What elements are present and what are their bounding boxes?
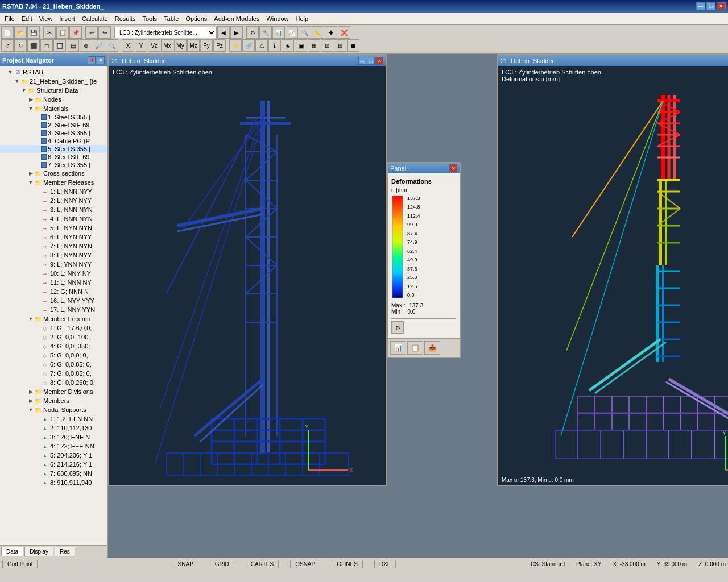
tree-mr-8[interactable]: ↔8: L; NYN NYY bbox=[0, 251, 107, 260]
tb-r2-29[interactable]: ◼ bbox=[347, 39, 359, 52]
tb-r2-28[interactable]: ⊟ bbox=[334, 39, 346, 52]
menu-help[interactable]: Help bbox=[292, 14, 312, 23]
cartes-button[interactable]: CARTES bbox=[246, 560, 279, 568]
tree-rstab[interactable]: ▼ 🖥 RSTAB bbox=[0, 68, 107, 77]
viewport-left-minimize[interactable]: — bbox=[358, 57, 366, 65]
tb-zoom-in[interactable]: 🔎 bbox=[93, 39, 105, 52]
tb-r2-23[interactable]: ℹ bbox=[268, 39, 281, 52]
tb-cut[interactable]: ✂ bbox=[43, 26, 56, 39]
tb-r2-5[interactable]: 🔲 bbox=[53, 39, 66, 52]
tb-b4[interactable]: 📈 bbox=[286, 26, 298, 39]
nav-tab-data[interactable]: Data bbox=[1, 547, 23, 556]
close-button[interactable]: ✕ bbox=[717, 2, 726, 10]
tree-mr-2[interactable]: ↔2: L; NNY NYY bbox=[0, 196, 107, 205]
tb-save[interactable]: 💾 bbox=[27, 26, 40, 39]
tree-mr-17[interactable]: ↔17: L; NNY YYN bbox=[0, 305, 107, 314]
tree-project[interactable]: ▼ 📁 21_Heben_Skidden_ [te bbox=[0, 77, 107, 86]
osnap-button[interactable]: OSNAP bbox=[290, 560, 320, 568]
tree-mr-11[interactable]: ↔11: L; NNN NY bbox=[0, 278, 107, 287]
tree-mr-6[interactable]: ↔6: L; NYN NYY bbox=[0, 232, 107, 242]
viewport-left-maximize[interactable]: □ bbox=[367, 57, 375, 65]
menu-results[interactable]: Results bbox=[111, 14, 139, 23]
tree-nodal-supports[interactable]: ▼ 📁 Nodal Supports bbox=[0, 405, 107, 414]
tree-member-div[interactable]: ▶ 📁 Member Divisions bbox=[0, 387, 107, 396]
minimize-button[interactable]: — bbox=[696, 2, 705, 10]
tb-r2-27[interactable]: ⊡ bbox=[321, 39, 333, 52]
tree-ns-5[interactable]: ▲5: 204,206; Y 1 bbox=[0, 451, 107, 460]
tree-mr-10[interactable]: ↔10: L; NNY NY bbox=[0, 269, 107, 278]
tree-members[interactable]: ▶ 📁 Members bbox=[0, 396, 107, 405]
tree-ns-6[interactable]: ▲6: 214,216; Y 1 bbox=[0, 460, 107, 469]
tb-r2-2[interactable]: ↻ bbox=[14, 39, 27, 52]
nav-tab-res[interactable]: Res bbox=[55, 547, 75, 556]
tree-ns-3[interactable]: ▲3: 120; ENE N bbox=[0, 433, 107, 442]
tree-mr-12[interactable]: ↔12: G; NNN N bbox=[0, 287, 107, 296]
menu-addon[interactable]: Add-on Modules bbox=[210, 14, 263, 23]
menu-options[interactable]: Options bbox=[182, 14, 210, 23]
tb-view-y[interactable]: Y bbox=[135, 39, 147, 52]
tree-mr-3[interactable]: ↔3: L; NNN NYN bbox=[0, 205, 107, 214]
tb-view-mx[interactable]: Mx bbox=[161, 39, 173, 52]
tree-ns-4[interactable]: ▲4: 122; EEE NN bbox=[0, 442, 107, 451]
tb-r2-21[interactable]: 🔗 bbox=[242, 39, 255, 52]
viewport-left-content[interactable]: LC3 : Zylinderbetrieb Schlitten oben bbox=[109, 66, 386, 485]
tree-mat-3[interactable]: 3: Steel S 355 | bbox=[0, 129, 107, 137]
menu-tools[interactable]: Tools bbox=[139, 14, 160, 23]
tb-undo[interactable]: ↩ bbox=[85, 26, 98, 39]
nav-tab-display[interactable]: Display bbox=[24, 547, 53, 556]
tree-me-8[interactable]: ◇8: G; 0,0,260; 0, bbox=[0, 378, 107, 387]
dxf-button[interactable]: DXF bbox=[374, 560, 396, 568]
viewport-right-content[interactable]: LC3 : Zylinderbetrieb Schlitten oben Def… bbox=[498, 66, 728, 485]
menu-table[interactable]: Table bbox=[160, 14, 182, 23]
tb-b3[interactable]: 📊 bbox=[272, 26, 285, 39]
tb-b6[interactable]: 📐 bbox=[312, 26, 324, 39]
tree-member-ecc[interactable]: ▼ 📁 Member Eccentri bbox=[0, 314, 107, 323]
tb-r2-25[interactable]: ▣ bbox=[295, 39, 307, 52]
tree-structural-data[interactable]: ▼ 📁 Structural Data bbox=[0, 86, 107, 95]
glines-button[interactable]: GLINES bbox=[332, 560, 363, 568]
tree-me-6[interactable]: ◇6: G; 0,0,85; 0, bbox=[0, 360, 107, 369]
tb-r2-6[interactable]: ▤ bbox=[67, 39, 79, 52]
tb-view-mz[interactable]: Mz bbox=[187, 39, 200, 52]
viewport-left-close[interactable]: ✕ bbox=[375, 57, 383, 65]
tb-b1[interactable]: ⚙ bbox=[246, 26, 259, 39]
tb-r2-3[interactable]: ⬛ bbox=[27, 39, 40, 52]
tb-r2-4[interactable]: ◻ bbox=[40, 39, 53, 52]
panel-close-button[interactable]: ✕ bbox=[449, 164, 457, 172]
panel-chart-btn[interactable]: 📊 bbox=[390, 341, 406, 355]
tree-me-5[interactable]: ◇5: G; 0,0,0; 0, bbox=[0, 351, 107, 360]
tree-mat-1[interactable]: 1: Steel S 355 | bbox=[0, 113, 107, 121]
panel-settings-icon[interactable]: ⚙ bbox=[391, 321, 404, 334]
tb-new[interactable]: 📄 bbox=[1, 26, 14, 39]
panel-export-btn[interactable]: 📤 bbox=[424, 341, 440, 355]
maximize-button[interactable]: □ bbox=[706, 2, 715, 10]
tb-view-x[interactable]: X bbox=[122, 39, 134, 52]
panel-table-btn[interactable]: 📋 bbox=[407, 341, 423, 355]
snap-button[interactable]: SNAP bbox=[173, 560, 198, 568]
menu-edit[interactable]: Edit bbox=[18, 14, 36, 23]
menu-file[interactable]: File bbox=[1, 14, 18, 23]
lc-dropdown[interactable]: LC3 : Zylinderbetrieb Schlitte... bbox=[114, 27, 217, 38]
tree-mr-7[interactable]: ↔7: L; NYN NYN bbox=[0, 242, 107, 251]
tree-mat-4[interactable]: 4: Cable PG (P bbox=[0, 137, 107, 145]
tb-r2-20[interactable]: ⚡ bbox=[229, 39, 242, 52]
tb-r2-26[interactable]: ⊞ bbox=[308, 39, 320, 52]
menu-insert[interactable]: Insert bbox=[56, 14, 78, 23]
tree-me-4[interactable]: ◇4: G; 0,0,-350; bbox=[0, 342, 107, 351]
tb-view-pz[interactable]: Pz bbox=[213, 39, 226, 52]
tree-mr-4[interactable]: ↔4: L; NNN NYN bbox=[0, 214, 107, 223]
tree-ns-7[interactable]: ▲7: 680,695; NN bbox=[0, 469, 107, 478]
tree-mr-5[interactable]: ↔5: L; NYN NYN bbox=[0, 223, 107, 232]
tree-me-1[interactable]: ◇1: G; -17.6,0,0; bbox=[0, 323, 107, 332]
tree-mat-2[interactable]: 2: Steel StE 69 bbox=[0, 121, 107, 129]
tree-mr-16[interactable]: ↔16: L; NYY YYY bbox=[0, 296, 107, 305]
tree-me-2[interactable]: ◇2: G; 0,0,-100; bbox=[0, 332, 107, 342]
tb-b8[interactable]: ❌ bbox=[338, 26, 350, 39]
tb-r2-1[interactable]: ↺ bbox=[1, 39, 14, 52]
tree-member-releases[interactable]: ▼ 📁 Member Releases bbox=[0, 178, 107, 187]
nav-close-button[interactable]: ✕ bbox=[97, 56, 105, 64]
tb-r2-24[interactable]: ◈ bbox=[282, 39, 294, 52]
tree-mat-5[interactable]: 5: Steel S 355 | bbox=[0, 145, 107, 153]
tb-b7[interactable]: ✚ bbox=[325, 26, 337, 39]
tb-zoom-all[interactable]: ⊕ bbox=[80, 39, 92, 52]
